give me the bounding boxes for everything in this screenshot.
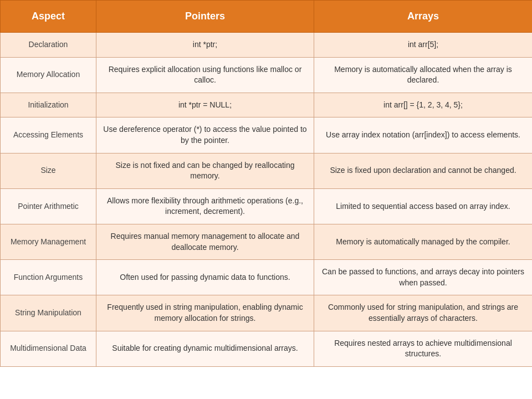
cell-aspect: Memory Management	[1, 224, 96, 259]
cell-arrays: Commonly used for string manipulation, a…	[314, 295, 533, 331]
cell-aspect: Function Arguments	[1, 260, 96, 295]
table-row: Initializationint *ptr = NULL;int arr[] …	[1, 93, 533, 117]
cell-pointers: int *ptr = NULL;	[96, 93, 314, 117]
cell-aspect: String Manipulation	[1, 295, 96, 331]
table-row: Function ArgumentsOften used for passing…	[1, 260, 533, 295]
cell-arrays: Requires nested arrays to achieve multid…	[314, 331, 533, 366]
table-row: Accessing ElementsUse dereference operat…	[1, 117, 533, 153]
cell-arrays: Limited to sequential access based on ar…	[314, 188, 533, 224]
cell-aspect: Size	[1, 153, 96, 188]
cell-pointers: Size is not fixed and can be changed by …	[96, 153, 314, 188]
header-arrays: Arrays	[314, 1, 533, 33]
cell-pointers: Often used for passing dynamic data to f…	[96, 260, 314, 295]
header-pointers: Pointers	[96, 1, 314, 33]
cell-pointers: Suitable for creating dynamic multidimen…	[96, 331, 314, 366]
cell-arrays: Size is fixed upon declaration and canno…	[314, 153, 533, 188]
cell-aspect: Multidimensional Data	[1, 331, 96, 366]
header-aspect: Aspect	[1, 1, 96, 33]
table-row: Memory ManagementRequires manual memory …	[1, 224, 533, 259]
cell-aspect: Initialization	[1, 93, 96, 117]
table-row: String ManipulationFrequently used in st…	[1, 295, 533, 331]
table-row: Multidimensional DataSuitable for creati…	[1, 331, 533, 366]
table-row: SizeSize is not fixed and can be changed…	[1, 153, 533, 188]
cell-aspect: Pointer Arithmetic	[1, 188, 96, 224]
cell-arrays: int arr[] = {1, 2, 3, 4, 5};	[314, 93, 533, 117]
table-row: Pointer ArithmeticAllows more flexibilit…	[1, 188, 533, 224]
cell-aspect: Memory Allocation	[1, 57, 96, 93]
cell-pointers: Use dereference operator (*) to access t…	[96, 117, 314, 153]
cell-arrays: Memory is automatically allocated when t…	[314, 57, 533, 93]
table-row: Declarationint *ptr;int arr[5];	[1, 33, 533, 58]
cell-pointers: Allows more flexibility through arithmet…	[96, 188, 314, 224]
cell-pointers: int *ptr;	[96, 33, 314, 58]
cell-aspect: Declaration	[1, 33, 96, 58]
cell-arrays: Memory is automatically managed by the c…	[314, 224, 533, 259]
cell-arrays: Can be passed to functions, and arrays d…	[314, 260, 533, 295]
table-row: Memory AllocationRequires explicit alloc…	[1, 57, 533, 93]
cell-pointers: Requires explicit allocation using funct…	[96, 57, 314, 93]
cell-arrays: Use array index notation (arr[index]) to…	[314, 117, 533, 153]
cell-aspect: Accessing Elements	[1, 117, 96, 153]
cell-pointers: Frequently used in string manipulation, …	[96, 295, 314, 331]
cell-pointers: Requires manual memory management to all…	[96, 224, 314, 259]
cell-arrays: int arr[5];	[314, 33, 533, 58]
